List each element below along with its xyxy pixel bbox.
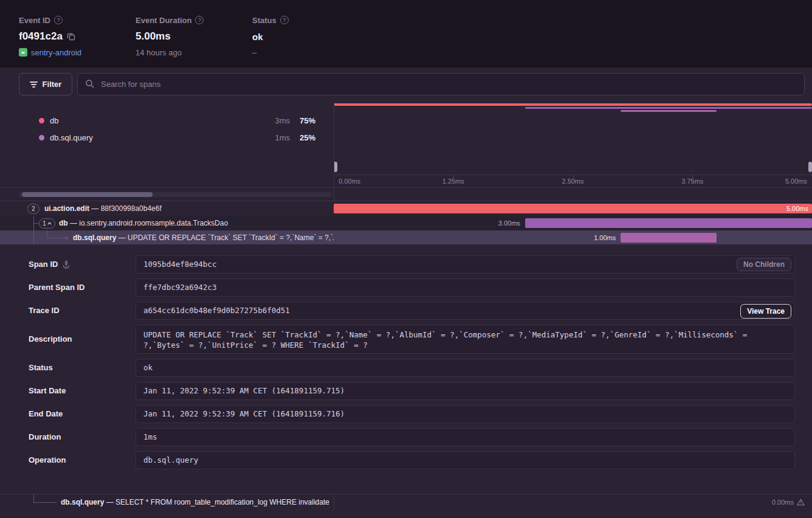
axis-tick-label: 2.50ms (562, 178, 583, 185)
status-sub: – (252, 48, 256, 57)
anchor-icon[interactable] (62, 260, 71, 269)
view-trace-button[interactable]: View Trace (740, 304, 791, 319)
op-name: db.sql.query (50, 133, 275, 142)
project-link[interactable]: sentry-android (31, 48, 81, 57)
event-duration-value: 5.00ms (136, 30, 171, 43)
span-desc: — SELECT * FROM room_table_modification_… (106, 498, 329, 506)
span-row-db-sql-query-selected[interactable]: db.sql.query — UPDATE OR REPLACE `Track`… (0, 230, 812, 245)
span-row-select-query[interactable]: db.sql.query — SELECT * FROM room_table_… (0, 494, 812, 509)
minimap-bar (525, 107, 812, 109)
parent-span-id-value: ffe7dbc92a6942c3 (136, 278, 795, 297)
span-desc: — 88f300998a0b4e6f (91, 204, 161, 213)
op-percentage: 75% (300, 116, 320, 125)
help-icon[interactable]: ? (54, 16, 63, 24)
status-value: ok (252, 32, 263, 42)
time-axis: 0.00ms 1.25ms 2.50ms 3.75ms 5.00ms (334, 174, 812, 187)
warning-icon (797, 499, 805, 506)
op-percentage: 25% (300, 133, 320, 142)
span-op: ui.action.edit (44, 204, 89, 213)
trace-id-label: Trace ID (29, 302, 60, 320)
duration-label: Duration (29, 428, 61, 446)
event-header: Event ID ? f0491c2a (0, 0, 812, 67)
tree-connector (33, 502, 57, 503)
panel-divider (334, 494, 334, 509)
trace-minimap[interactable]: 0.00ms 1.25ms 2.50ms 3.75ms 5.00ms (334, 102, 812, 187)
span-desc: — io.sentry.android.roomsample.data.Trac… (70, 219, 228, 227)
operation-value: db.sql.query (136, 451, 795, 469)
span-duration-bar (525, 218, 812, 228)
trace-id-value: a654cc61dc0b48ef9d0b27275b6f0d51 View Tr… (136, 302, 795, 320)
span-desc: — UPDATE OR REPLACE `Track` SET `TrackId… (119, 233, 334, 242)
op-name: db (50, 116, 275, 125)
event-time-ago: 14 hours ago (136, 48, 182, 57)
minimap-bar (334, 103, 812, 106)
start-date-value: Jan 11, 2022 9:52:39 AM CET (1641891159.… (136, 382, 795, 400)
horizontal-scrollbar-thumb[interactable] (22, 192, 153, 197)
operation-label: Operation (29, 451, 66, 469)
span-duration-bar: 5.00ms (334, 204, 812, 213)
badge-count: 2 (32, 204, 35, 213)
span-op: db (59, 219, 68, 227)
copy-icon[interactable] (67, 32, 75, 41)
detail-row-duration: Duration 1ms (29, 428, 795, 446)
tree-leaf-dot (65, 237, 68, 240)
span-id-label: Span ID (29, 255, 71, 274)
event-id-block: Event ID ? f0491c2a (19, 15, 81, 57)
span-duration-bar (621, 233, 716, 243)
no-children-button[interactable]: No Children (737, 258, 791, 271)
detail-row-description: Description UPDATE OR REPLACE `Track` SE… (29, 325, 795, 354)
detail-row-end-date: End Date Jan 11, 2022 9:52:39 AM CET (16… (29, 405, 795, 423)
event-duration-block: Event Duration ? 5.00ms 14 hours ago (136, 15, 204, 57)
span-detail-page: Event ID ? f0491c2a (0, 0, 812, 518)
minimap-section: db 3ms 75% db.sql.query 1ms 25% 0.00ms (0, 102, 812, 187)
event-id-value: f0491c2a (19, 30, 63, 43)
status-label: Status (252, 16, 277, 25)
detail-row-operation: Operation db.sql.query (29, 451, 795, 469)
span-duration-label: 1.00ms (594, 230, 616, 245)
legend-item-db: db 3ms 75% (0, 112, 334, 129)
search-box (77, 73, 805, 95)
span-duration-label: 5.00ms (786, 204, 808, 213)
help-icon[interactable]: ? (280, 16, 289, 24)
span-duration-label: 0.00ms (772, 499, 794, 506)
help-icon[interactable]: ? (195, 16, 204, 24)
description-value: UPDATE OR REPLACE `Track` SET `TrackId` … (136, 325, 795, 354)
status-detail-value: ok (136, 359, 795, 377)
filter-button[interactable]: Filter (19, 73, 72, 95)
chevron-up-icon (47, 222, 52, 225)
op-color-dot (39, 135, 44, 140)
filter-icon (30, 81, 38, 88)
badge-count: 1 (43, 219, 46, 228)
axis-tick-label: 5.00ms (785, 178, 807, 185)
status-detail-label: Status (29, 359, 53, 377)
viewport-handle-right[interactable] (808, 162, 812, 172)
scrollbar-row (0, 187, 812, 201)
legend-item-db-sql-query: db.sql.query 1ms 25% (0, 129, 334, 146)
search-input[interactable] (77, 73, 805, 95)
span-tree: 2 ui.action.edit — 88f300998a0b4e6f 5.00… (0, 201, 812, 245)
span-op: db.sql.query (73, 233, 116, 242)
horizontal-scrollbar-track[interactable] (19, 192, 331, 197)
op-duration: 1ms (275, 133, 290, 142)
axis-tick-label: 0.00ms (339, 178, 360, 185)
children-count-badge[interactable]: 2 (27, 204, 40, 214)
span-detail-panel: Span ID 1095bd4ef8e94bcc No Children Par… (0, 244, 812, 494)
op-color-dot (39, 118, 44, 123)
op-duration: 3ms (275, 116, 290, 125)
detail-row-span-id: Span ID 1095bd4ef8e94bcc No Children (29, 255, 795, 274)
axis-tick-label: 1.25ms (442, 178, 464, 185)
duration-value: 1ms (136, 428, 795, 446)
axis-tick-label: 3.75ms (681, 178, 703, 185)
tree-connector (47, 230, 47, 238)
span-row-db[interactable]: 1 db — io.sentry.android.roomsample.data… (0, 216, 812, 230)
span-row-ui-action-edit[interactable]: 2 ui.action.edit — 88f300998a0b4e6f 5.00… (0, 201, 812, 216)
tree-connector (33, 223, 39, 224)
tree-connector (33, 230, 34, 245)
span-id-value: 1095bd4ef8e94bcc No Children (136, 255, 795, 274)
span-op: db.sql.query (61, 498, 104, 506)
expand-toggle-badge[interactable]: 1 (39, 218, 55, 229)
description-label: Description (29, 325, 72, 354)
end-date-label: End Date (29, 405, 63, 423)
detail-row-start-date: Start Date Jan 11, 2022 9:52:39 AM CET (… (29, 382, 795, 400)
tree-connector (33, 494, 34, 502)
